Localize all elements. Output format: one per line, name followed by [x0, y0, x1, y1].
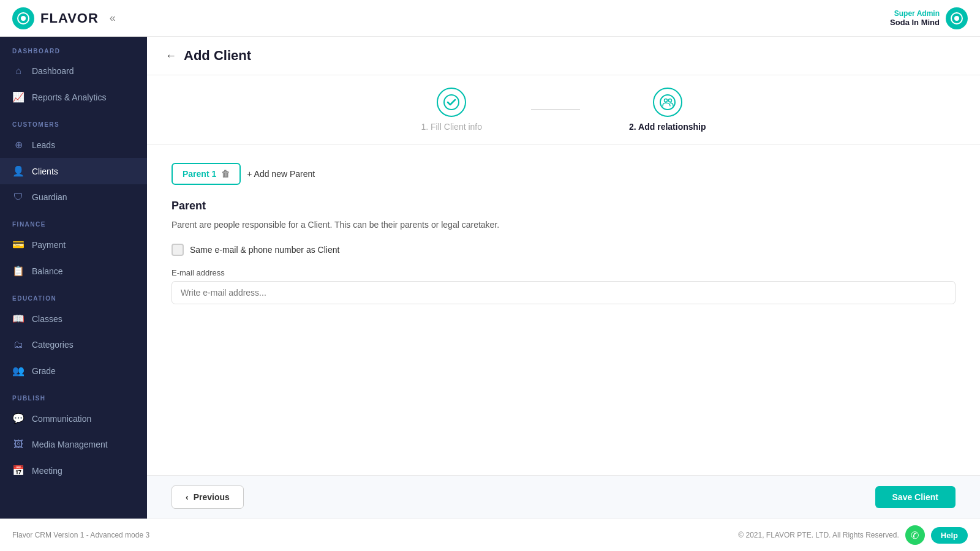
categories-label: Categories [32, 340, 74, 350]
checkbox-row: Same e-mail & phone number as Client [172, 244, 956, 256]
back-button[interactable]: ← [165, 50, 176, 62]
sidebar: DASHBOARD⌂Dashboard📈Reports & AnalyticsC… [0, 37, 147, 519]
copyright-text: © 2021, FLAVOR PTE. LTD. All Rights Rese… [738, 531, 899, 539]
clients-icon: 👤 [12, 165, 24, 177]
classes-icon: 📖 [12, 313, 24, 324]
prev-label: Previous [194, 492, 230, 502]
clients-label: Clients [32, 167, 58, 176]
balance-icon: 📋 [12, 265, 24, 277]
collapse-icon[interactable]: « [110, 12, 116, 24]
grade-label: Grade [32, 366, 56, 376]
sidebar-item-grade[interactable]: 👥Grade [0, 358, 147, 384]
section-desc: Parent are people responsible for a Clie… [172, 219, 956, 231]
page-header: ← Add Client [147, 37, 980, 75]
dashboard-label: Dashboard [32, 66, 74, 76]
checkbox-label: Same e-mail & phone number as Client [190, 245, 339, 255]
add-parent-button[interactable]: + Add new Parent [247, 169, 315, 179]
tab-bar: Parent 1 🗑 + Add new Parent [172, 163, 956, 185]
svg-point-1 [21, 16, 26, 21]
version-text: Flavor CRM Version 1 - Advanced mode 3 [12, 531, 149, 539]
same-contact-checkbox[interactable] [172, 244, 184, 256]
sidebar-item-balance[interactable]: 📋Balance [0, 258, 147, 284]
step-1: 1. Fill Client info [421, 88, 482, 132]
help-button[interactable]: Help [931, 527, 968, 544]
meeting-label: Meeting [32, 466, 62, 476]
step-divider [531, 109, 580, 110]
reports-icon: 📈 [12, 91, 24, 103]
footer: Flavor CRM Version 1 - Advanced mode 3 ©… [0, 519, 980, 551]
svg-point-7 [668, 99, 671, 102]
logo-area: FLAVOR « [12, 7, 116, 29]
svg-point-6 [664, 99, 667, 102]
email-label: E-mail address [172, 268, 956, 277]
sidebar-item-meeting[interactable]: 📅Meeting [0, 457, 147, 484]
delete-tab-icon[interactable]: 🗑 [221, 169, 230, 179]
top-header: FLAVOR « Super Admin Soda In Mind [0, 0, 980, 37]
sidebar-item-media[interactable]: 🖼Media Management [0, 432, 147, 457]
sidebar-section-finance: FINANCE [0, 210, 147, 231]
sidebar-item-classes[interactable]: 📖Classes [0, 305, 147, 332]
page-title: Add Client [184, 48, 251, 64]
step-2-icon [653, 88, 682, 117]
sidebar-section-education: EDUCATION [0, 284, 147, 305]
avatar [946, 7, 968, 29]
bottom-bar: ‹ Previous Save Client [147, 475, 980, 519]
sidebar-item-clients[interactable]: 👤Clients [0, 158, 147, 184]
step-1-icon [437, 88, 466, 117]
logo-icon [12, 7, 34, 29]
user-role: Super Admin [890, 9, 940, 18]
payment-label: Payment [32, 240, 66, 250]
sidebar-item-categories[interactable]: 🗂Categories [0, 332, 147, 358]
sidebar-item-dashboard[interactable]: ⌂Dashboard [0, 58, 147, 84]
meeting-icon: 📅 [12, 465, 24, 476]
classes-label: Classes [32, 314, 62, 324]
sidebar-item-guardian[interactable]: 🛡Guardian [0, 184, 147, 210]
reports-label: Reports & Analytics [32, 92, 106, 102]
email-input[interactable] [172, 281, 956, 304]
whatsapp-icon[interactable]: ✆ [905, 525, 925, 545]
leads-icon: ⊕ [12, 139, 24, 151]
content-area: ← Add Client 1. Fill Client info [147, 37, 980, 519]
steps-bar: 1. Fill Client info 2. Add relationshi [147, 75, 980, 144]
step-2-label: 2. Add relationship [629, 122, 706, 132]
step-2: 2. Add relationship [629, 88, 706, 132]
categories-icon: 🗂 [12, 339, 24, 350]
sidebar-item-reports[interactable]: 📈Reports & Analytics [0, 84, 147, 110]
sidebar-item-communication[interactable]: 💬Communication [0, 405, 147, 432]
parent-tab-1[interactable]: Parent 1 🗑 [172, 163, 241, 185]
sidebar-section-dashboard: DASHBOARD [0, 37, 147, 58]
svg-point-4 [444, 95, 459, 110]
user-info: Super Admin Soda In Mind [890, 9, 940, 27]
form-area: Parent 1 🗑 + Add new Parent Parent Paren… [147, 144, 980, 475]
grade-icon: 👥 [12, 365, 24, 377]
communication-label: Communication [32, 414, 91, 424]
leads-label: Leads [32, 140, 55, 150]
user-area: Super Admin Soda In Mind [890, 7, 968, 29]
prev-arrow-icon: ‹ [186, 492, 189, 502]
save-client-button[interactable]: Save Client [875, 486, 956, 508]
sidebar-section-customers: CUSTOMERS [0, 110, 147, 132]
user-name: Soda In Mind [890, 18, 940, 27]
svg-point-5 [660, 95, 675, 110]
guardian-icon: 🛡 [12, 192, 24, 203]
previous-button[interactable]: ‹ Previous [172, 485, 244, 509]
dashboard-icon: ⌂ [12, 66, 24, 77]
svg-point-3 [954, 16, 959, 21]
media-label: Media Management [32, 440, 108, 449]
sidebar-section-publish: PUBLISH [0, 384, 147, 405]
step-1-label: 1. Fill Client info [421, 122, 482, 132]
section-heading: Parent [172, 200, 956, 212]
communication-icon: 💬 [12, 413, 24, 424]
balance-label: Balance [32, 266, 63, 276]
guardian-label: Guardian [32, 192, 67, 202]
email-field-group: E-mail address [172, 268, 956, 304]
sidebar-item-leads[interactable]: ⊕Leads [0, 132, 147, 158]
logo-text: FLAVOR [40, 10, 99, 26]
payment-icon: 💳 [12, 239, 24, 250]
tab-label: Parent 1 [183, 169, 216, 179]
footer-right: © 2021, FLAVOR PTE. LTD. All Rights Rese… [738, 525, 968, 545]
media-icon: 🖼 [12, 439, 24, 450]
sidebar-item-payment[interactable]: 💳Payment [0, 231, 147, 258]
